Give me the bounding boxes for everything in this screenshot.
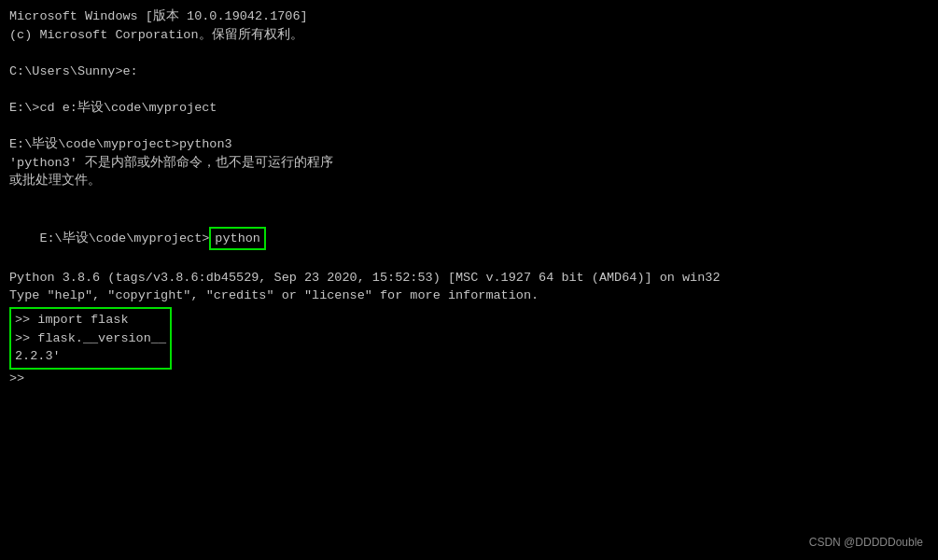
line-2: (c) Microsoft Corporation。保留所有权利。 — [9, 26, 929, 45]
line-13: Python 3.8.6 (tags/v3.8.6:db45529, Sep 2… — [9, 269, 929, 287]
line-3 — [9, 44, 929, 63]
line-14: Type "help", "copyright", "credits" or "… — [9, 287, 929, 305]
repl-line-3: 2.2.3' — [15, 347, 166, 366]
python-highlight: python — [209, 227, 266, 251]
repl-line-1: >> import flask — [15, 311, 166, 329]
line-1: Microsoft Windows [版本 10.0.19042.1706] — [9, 7, 929, 26]
line-4: C:\Users\Sunny>e: — [9, 63, 929, 81]
line-8: E:\毕设\code\myproject>python3 — [9, 135, 929, 154]
line-12: E:\毕设\code\myproject>python — [9, 208, 929, 269]
terminal-window: Microsoft Windows [版本 10.0.19042.1706] (… — [0, 0, 938, 560]
repl-line-2: >> flask.__version__ — [15, 329, 166, 348]
watermark: CSDN @DDDDDouble — [809, 535, 923, 551]
cursor-line: >> — [9, 370, 929, 388]
line-5 — [9, 80, 929, 99]
line-6: E:\>cd e:毕设\code\myproject — [9, 99, 929, 118]
line-12-prefix: E:\毕设\code\myproject> — [39, 231, 209, 245]
repl-block: >> import flask >> flask.__version__ 2.2… — [9, 307, 172, 370]
line-9: 'python3' 不是内部或外部命令，也不是可运行的程序 — [9, 154, 929, 173]
line-11 — [9, 190, 929, 209]
line-7 — [9, 117, 929, 135]
line-10: 或批处理文件。 — [9, 172, 929, 190]
